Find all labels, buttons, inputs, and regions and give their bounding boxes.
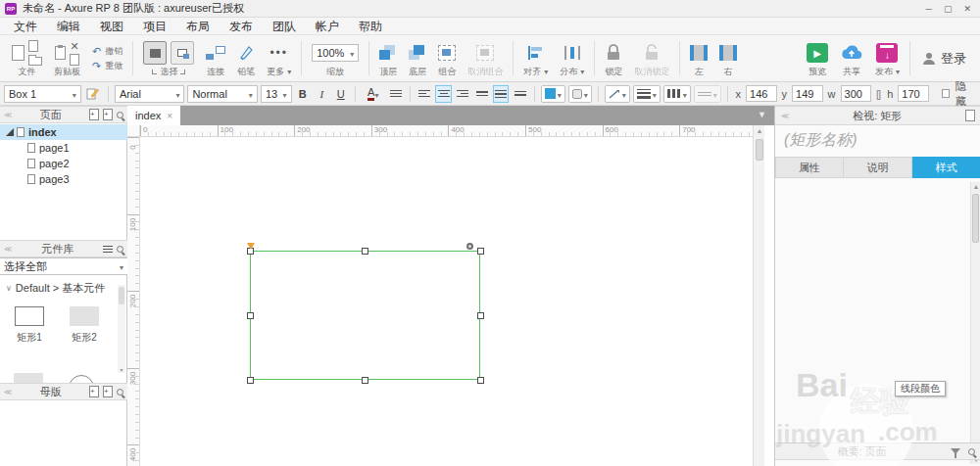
resize-handle[interactable] bbox=[247, 312, 254, 319]
w-input[interactable]: 300 bbox=[841, 85, 872, 102]
valign-bottom-button[interactable] bbox=[512, 85, 527, 103]
lock-tool[interactable]: 锁定 bbox=[599, 35, 628, 81]
canvas-vertical-scrollbar[interactable]: ▲ bbox=[753, 125, 764, 466]
resize-handle[interactable] bbox=[477, 248, 484, 255]
selected-rectangle-widget[interactable] bbox=[250, 251, 480, 380]
right-panel-toggle[interactable]: 右 bbox=[713, 35, 743, 81]
font-size-select[interactable]: 13 bbox=[261, 85, 292, 103]
align-center-button[interactable] bbox=[435, 85, 451, 103]
add-master-icon[interactable]: + bbox=[89, 386, 99, 397]
font-family-select[interactable]: Arial bbox=[115, 85, 184, 103]
resize-handle[interactable] bbox=[362, 377, 368, 384]
inspector-tab-说明[interactable]: 说明 bbox=[844, 157, 912, 178]
line-width-chip[interactable] bbox=[633, 85, 661, 103]
sidebar-page-page3[interactable]: page3 bbox=[0, 171, 127, 187]
inspector-scrollbar[interactable]: ▲ ▼ bbox=[970, 182, 980, 464]
close-icon[interactable]: ✕ bbox=[963, 4, 971, 14]
section-collapse-icon[interactable]: ∨ bbox=[6, 284, 12, 293]
menu-item-5[interactable]: 布局 bbox=[176, 18, 220, 35]
collapse-panel-icon[interactable]: ≪ bbox=[4, 245, 12, 254]
undo-button[interactable]: ↶撤销 bbox=[92, 45, 122, 58]
send-to-back[interactable]: 底层 bbox=[403, 35, 432, 81]
minimize-icon[interactable]: ─ bbox=[926, 4, 932, 14]
login-button[interactable]: 登录 bbox=[914, 50, 974, 68]
fill-color-chip[interactable] bbox=[541, 85, 565, 103]
clipboard-tools[interactable]: ✕ 剪贴板 bbox=[48, 35, 86, 81]
resize-handle[interactable] bbox=[247, 377, 254, 384]
widget-rect3-partial[interactable] bbox=[14, 373, 43, 383]
menu-item-3[interactable]: 视图 bbox=[90, 18, 133, 35]
preview-button[interactable]: ▶ 预览 bbox=[801, 35, 834, 81]
distribute-tool[interactable]: 分布 bbox=[554, 35, 590, 81]
line-style-chip[interactable] bbox=[663, 85, 691, 103]
menu-item-8[interactable]: 帐户 bbox=[306, 18, 349, 35]
scrollbar-thumb[interactable] bbox=[756, 139, 763, 161]
widget-style-select[interactable]: Box 1 bbox=[4, 85, 81, 103]
menu-item-2[interactable]: 编辑 bbox=[47, 18, 90, 35]
group-tool[interactable]: 组合 bbox=[432, 35, 462, 81]
scroll-up-icon[interactable]: ▲ bbox=[971, 183, 980, 190]
menu-item-1[interactable]: 文件 bbox=[4, 18, 47, 35]
scrollbar-thumb[interactable] bbox=[972, 194, 979, 243]
y-input[interactable]: 149 bbox=[792, 85, 823, 102]
valign-top-button[interactable] bbox=[473, 85, 489, 103]
collapse-panel-icon[interactable]: ≪ bbox=[4, 111, 12, 119]
search-icon[interactable] bbox=[117, 389, 123, 396]
widget-library-select[interactable]: 选择全部 bbox=[0, 257, 127, 275]
font-weight-select[interactable]: Normal bbox=[187, 85, 257, 103]
file-tools[interactable]: 文件 bbox=[6, 35, 48, 81]
line-spacing-button[interactable] bbox=[388, 85, 404, 103]
h-input[interactable]: 170 bbox=[898, 85, 929, 102]
sidebar-page-index[interactable]: index bbox=[0, 124, 127, 140]
expand-caret-icon[interactable] bbox=[6, 128, 14, 136]
collapse-panel-icon[interactable]: ≪ bbox=[781, 112, 789, 120]
pen-tool[interactable]: 铅笔 bbox=[231, 35, 261, 81]
opacity-chip[interactable] bbox=[568, 85, 592, 103]
add-page-icon[interactable]: + bbox=[89, 109, 99, 120]
hide-checkbox[interactable] bbox=[942, 89, 950, 98]
menu-icon[interactable] bbox=[103, 246, 113, 253]
widget-name-input[interactable]: (矩形名称) bbox=[784, 130, 858, 151]
align-tool[interactable]: 对齐 bbox=[517, 35, 554, 81]
sidebar-page-page2[interactable]: page2 bbox=[0, 156, 127, 171]
font-color-button[interactable]: A bbox=[362, 85, 385, 103]
edit-style-button[interactable] bbox=[84, 85, 102, 103]
tab-index[interactable]: index × bbox=[127, 106, 180, 125]
italic-button[interactable]: I bbox=[314, 85, 329, 103]
collapse-panel-icon[interactable]: ≪ bbox=[4, 388, 12, 396]
scroll-up-icon[interactable]: ▲ bbox=[754, 127, 765, 134]
left-panel-toggle[interactable]: 左 bbox=[684, 35, 713, 81]
connect-tool[interactable]: 连接 bbox=[200, 35, 231, 81]
underline-button[interactable]: U bbox=[333, 85, 349, 103]
inspector-tab-属性[interactable]: 属性 bbox=[775, 157, 844, 178]
tab-list-icon[interactable]: ▼ bbox=[758, 110, 766, 119]
menu-item-4[interactable]: 项目 bbox=[133, 18, 176, 35]
align-right-button[interactable] bbox=[455, 85, 470, 103]
share-button[interactable]: 共享 bbox=[834, 35, 869, 81]
resize-handle[interactable] bbox=[477, 312, 484, 319]
tab-close-icon[interactable]: × bbox=[167, 111, 172, 121]
bring-to-front[interactable]: 顶层 bbox=[373, 35, 403, 81]
menu-item-7[interactable]: 团队 bbox=[263, 18, 306, 35]
resize-handle[interactable] bbox=[362, 248, 368, 255]
widget-item-矩形2[interactable]: 矩形2 bbox=[61, 304, 108, 345]
widget-item-矩形1[interactable]: 矩形1 bbox=[6, 304, 53, 345]
link-wh-icon[interactable]: [] bbox=[876, 88, 880, 100]
widget-ellipse-partial[interactable] bbox=[69, 375, 94, 383]
search-icon[interactable] bbox=[117, 246, 123, 253]
align-left-button[interactable] bbox=[416, 85, 432, 103]
select-contain-button[interactable] bbox=[171, 41, 194, 65]
valign-middle-button[interactable] bbox=[493, 85, 509, 103]
widgets-scrollbar[interactable]: ▾ bbox=[118, 285, 125, 373]
rotate-handle-icon[interactable] bbox=[466, 243, 473, 250]
add-folder-icon[interactable]: + bbox=[103, 109, 113, 120]
menu-item-6[interactable]: 发布 bbox=[220, 18, 263, 35]
sidebar-page-page1[interactable]: page1 bbox=[0, 140, 127, 156]
redo-button[interactable]: ↷重做 bbox=[92, 60, 122, 72]
add-master-folder-icon[interactable]: + bbox=[103, 386, 113, 397]
select-intersect-button[interactable] bbox=[143, 41, 167, 65]
filter-icon[interactable] bbox=[951, 448, 960, 454]
inspector-tab-样式[interactable]: 样式 bbox=[912, 157, 980, 178]
menu-item-9[interactable]: 帮助 bbox=[349, 18, 392, 35]
search-icon[interactable] bbox=[968, 448, 975, 455]
